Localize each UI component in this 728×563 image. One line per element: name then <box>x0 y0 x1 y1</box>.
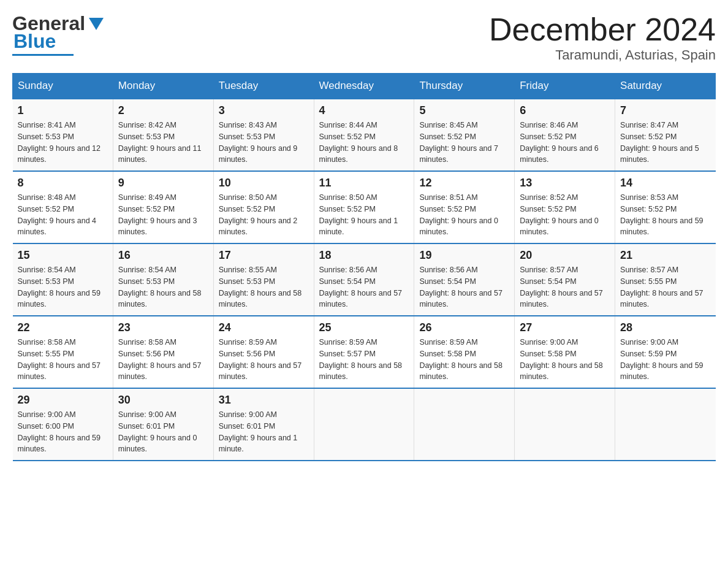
week-row-1: 1Sunrise: 8:41 AMSunset: 5:53 PMDaylight… <box>13 99 716 171</box>
svg-marker-0 <box>89 18 104 30</box>
day-info: Sunrise: 9:00 AMSunset: 5:58 PMDaylight:… <box>520 337 610 383</box>
calendar-cell: 11Sunrise: 8:50 AMSunset: 5:52 PMDayligh… <box>314 171 414 243</box>
day-number: 14 <box>620 177 710 190</box>
day-info: Sunrise: 8:47 AMSunset: 5:52 PMDaylight:… <box>620 120 710 166</box>
day-info: Sunrise: 8:59 AMSunset: 5:56 PMDaylight:… <box>219 337 309 383</box>
calendar-cell <box>515 388 615 461</box>
day-info: Sunrise: 8:59 AMSunset: 5:58 PMDaylight:… <box>419 337 509 383</box>
day-number: 19 <box>419 249 509 262</box>
day-info: Sunrise: 8:51 AMSunset: 5:52 PMDaylight:… <box>419 192 509 238</box>
calendar-cell: 12Sunrise: 8:51 AMSunset: 5:52 PMDayligh… <box>414 171 515 243</box>
calendar-cell <box>414 388 515 461</box>
day-number: 28 <box>620 321 710 334</box>
day-number: 31 <box>219 394 309 407</box>
header-wednesday: Wednesday <box>314 74 414 99</box>
calendar-cell: 8Sunrise: 8:48 AMSunset: 5:52 PMDaylight… <box>13 171 113 243</box>
calendar-cell: 14Sunrise: 8:53 AMSunset: 5:52 PMDayligh… <box>615 171 716 243</box>
day-info: Sunrise: 8:50 AMSunset: 5:52 PMDaylight:… <box>319 192 409 238</box>
day-number: 26 <box>419 321 509 334</box>
day-number: 23 <box>118 321 208 334</box>
day-number: 13 <box>520 177 610 190</box>
header-thursday: Thursday <box>414 74 515 99</box>
calendar-header-row: SundayMondayTuesdayWednesdayThursdayFrid… <box>13 74 716 99</box>
calendar-cell: 7Sunrise: 8:47 AMSunset: 5:52 PMDaylight… <box>615 99 716 171</box>
day-number: 8 <box>18 177 108 190</box>
week-row-4: 22Sunrise: 8:58 AMSunset: 5:55 PMDayligh… <box>13 316 716 388</box>
day-number: 15 <box>18 249 108 262</box>
calendar-cell: 17Sunrise: 8:55 AMSunset: 5:53 PMDayligh… <box>213 243 314 316</box>
calendar-table: SundayMondayTuesdayWednesdayThursdayFrid… <box>12 73 716 461</box>
week-row-5: 29Sunrise: 9:00 AMSunset: 6:00 PMDayligh… <box>13 388 716 461</box>
day-number: 20 <box>520 249 610 262</box>
day-info: Sunrise: 8:49 AMSunset: 5:52 PMDaylight:… <box>118 192 208 238</box>
logo-blue-text: Blue <box>13 30 56 53</box>
day-number: 12 <box>419 177 509 190</box>
day-info: Sunrise: 8:53 AMSunset: 5:52 PMDaylight:… <box>620 192 710 238</box>
header-monday: Monday <box>113 74 213 99</box>
calendar-cell: 16Sunrise: 8:54 AMSunset: 5:53 PMDayligh… <box>113 243 213 316</box>
day-info: Sunrise: 8:54 AMSunset: 5:53 PMDaylight:… <box>118 264 208 310</box>
day-info: Sunrise: 8:50 AMSunset: 5:52 PMDaylight:… <box>219 192 309 238</box>
day-number: 16 <box>118 249 208 262</box>
week-row-2: 8Sunrise: 8:48 AMSunset: 5:52 PMDaylight… <box>13 171 716 243</box>
calendar-cell: 30Sunrise: 9:00 AMSunset: 6:01 PMDayligh… <box>113 388 213 461</box>
day-info: Sunrise: 8:57 AMSunset: 5:55 PMDaylight:… <box>620 264 710 310</box>
week-row-3: 15Sunrise: 8:54 AMSunset: 5:53 PMDayligh… <box>13 243 716 316</box>
day-info: Sunrise: 8:46 AMSunset: 5:52 PMDaylight:… <box>520 120 610 166</box>
day-number: 30 <box>118 394 208 407</box>
logo-triangle-icon <box>86 13 106 33</box>
calendar-cell: 21Sunrise: 8:57 AMSunset: 5:55 PMDayligh… <box>615 243 716 316</box>
day-number: 25 <box>319 321 409 334</box>
day-number: 24 <box>219 321 309 334</box>
day-info: Sunrise: 8:56 AMSunset: 5:54 PMDaylight:… <box>319 264 409 310</box>
day-number: 11 <box>319 177 409 190</box>
day-info: Sunrise: 8:45 AMSunset: 5:52 PMDaylight:… <box>419 120 509 166</box>
calendar-cell: 29Sunrise: 9:00 AMSunset: 6:00 PMDayligh… <box>13 388 113 461</box>
calendar-cell <box>615 388 716 461</box>
day-info: Sunrise: 8:56 AMSunset: 5:54 PMDaylight:… <box>419 264 509 310</box>
day-info: Sunrise: 8:42 AMSunset: 5:53 PMDaylight:… <box>118 120 208 166</box>
header-saturday: Saturday <box>615 74 716 99</box>
calendar-cell: 19Sunrise: 8:56 AMSunset: 5:54 PMDayligh… <box>414 243 515 316</box>
day-info: Sunrise: 9:00 AMSunset: 5:59 PMDaylight:… <box>620 337 710 383</box>
day-info: Sunrise: 8:43 AMSunset: 5:53 PMDaylight:… <box>219 120 309 166</box>
calendar-cell: 15Sunrise: 8:54 AMSunset: 5:53 PMDayligh… <box>13 243 113 316</box>
title-block: December 2024 Taramundi, Asturias, Spain <box>489 12 716 63</box>
day-number: 29 <box>18 394 108 407</box>
calendar-cell: 23Sunrise: 8:58 AMSunset: 5:56 PMDayligh… <box>113 316 213 388</box>
calendar-cell: 1Sunrise: 8:41 AMSunset: 5:53 PMDaylight… <box>13 99 113 171</box>
calendar-cell: 4Sunrise: 8:44 AMSunset: 5:52 PMDaylight… <box>314 99 414 171</box>
month-title: December 2024 <box>489 12 716 47</box>
calendar-cell: 27Sunrise: 9:00 AMSunset: 5:58 PMDayligh… <box>515 316 615 388</box>
logo: General Blue <box>12 12 106 56</box>
day-number: 22 <box>18 321 108 334</box>
calendar-cell: 3Sunrise: 8:43 AMSunset: 5:53 PMDaylight… <box>213 99 314 171</box>
calendar-cell <box>314 388 414 461</box>
day-number: 6 <box>520 104 610 117</box>
calendar-cell: 6Sunrise: 8:46 AMSunset: 5:52 PMDaylight… <box>515 99 615 171</box>
calendar-cell: 22Sunrise: 8:58 AMSunset: 5:55 PMDayligh… <box>13 316 113 388</box>
day-info: Sunrise: 8:57 AMSunset: 5:54 PMDaylight:… <box>520 264 610 310</box>
day-info: Sunrise: 8:48 AMSunset: 5:52 PMDaylight:… <box>18 192 108 238</box>
calendar-cell: 5Sunrise: 8:45 AMSunset: 5:52 PMDaylight… <box>414 99 515 171</box>
calendar-cell: 9Sunrise: 8:49 AMSunset: 5:52 PMDaylight… <box>113 171 213 243</box>
day-number: 5 <box>419 104 509 117</box>
header-sunday: Sunday <box>13 74 113 99</box>
day-number: 18 <box>319 249 409 262</box>
day-info: Sunrise: 8:52 AMSunset: 5:52 PMDaylight:… <box>520 192 610 238</box>
logo-underline <box>12 54 74 56</box>
calendar-cell: 28Sunrise: 9:00 AMSunset: 5:59 PMDayligh… <box>615 316 716 388</box>
calendar-cell: 2Sunrise: 8:42 AMSunset: 5:53 PMDaylight… <box>113 99 213 171</box>
calendar-cell: 18Sunrise: 8:56 AMSunset: 5:54 PMDayligh… <box>314 243 414 316</box>
calendar-cell: 13Sunrise: 8:52 AMSunset: 5:52 PMDayligh… <box>515 171 615 243</box>
day-number: 7 <box>620 104 710 117</box>
day-number: 3 <box>219 104 309 117</box>
day-number: 27 <box>520 321 610 334</box>
day-info: Sunrise: 8:59 AMSunset: 5:57 PMDaylight:… <box>319 337 409 383</box>
location-title: Taramundi, Asturias, Spain <box>489 47 716 63</box>
day-number: 17 <box>219 249 309 262</box>
day-info: Sunrise: 9:00 AMSunset: 6:01 PMDaylight:… <box>219 409 309 455</box>
page-header: General Blue December 2024 Taramundi, As… <box>12 12 716 63</box>
header-friday: Friday <box>515 74 615 99</box>
day-number: 1 <box>18 104 108 117</box>
